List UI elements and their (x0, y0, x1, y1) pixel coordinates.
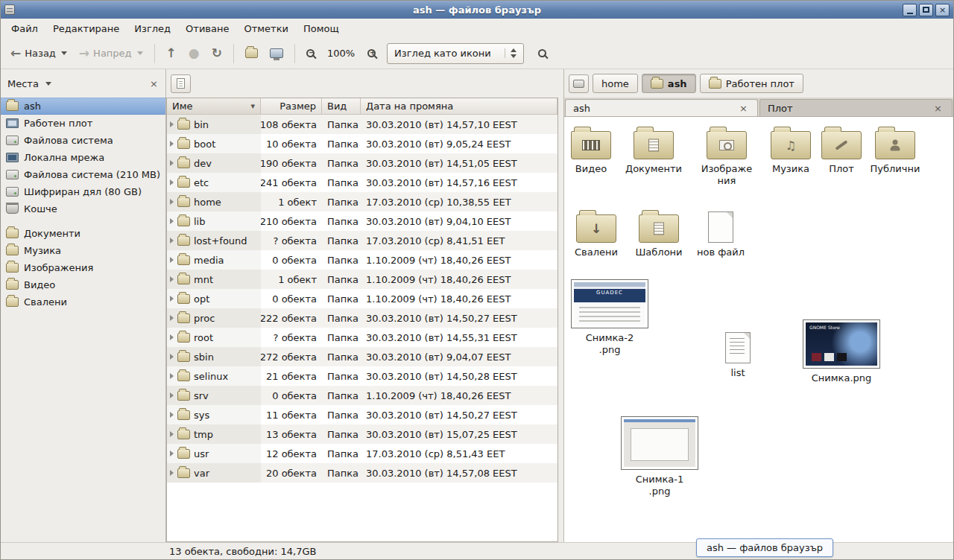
file-row[interactable]: srv 0 обекта Папка 1.10.2009 (чт) 18,40,… (167, 386, 557, 405)
sidebar-place-item[interactable]: Локална мрежа (1, 149, 165, 166)
stop-button[interactable]: ● (183, 42, 205, 66)
file-row[interactable]: tmp 13 обекта Папка 30.03.2010 (вт) 15,0… (167, 424, 557, 444)
sidebar-place-item[interactable]: Файлова система (210 MB) (1, 166, 165, 183)
zoom-in-button[interactable]: + (362, 42, 381, 66)
menu-item[interactable]: Изглед (127, 21, 178, 36)
file-row[interactable]: sys 11 обекта Папка 30.03.2010 (вт) 14,5… (167, 405, 557, 424)
icon-view-item[interactable]: Видео (564, 126, 622, 175)
file-row[interactable]: bin 108 обекта Папка 30.03.2010 (вт) 14,… (167, 115, 557, 134)
sidebar-close-button[interactable]: × (148, 77, 160, 90)
back-button[interactable]: ← Назад (5, 42, 72, 66)
sidebar-place-item[interactable]: Изображения (1, 259, 165, 276)
icon-view-item[interactable]: Изображения (695, 126, 758, 188)
file-row[interactable]: selinux 21 обекта Папка 30.03.2010 (вт) … (167, 366, 557, 386)
sidebar-place-item[interactable]: Свалени (1, 293, 165, 311)
expander-icon[interactable] (170, 179, 174, 185)
icon-view-item[interactable]: Документи (622, 126, 685, 175)
file-row[interactable]: root ? обекта Папка 30.03.2010 (вт) 14,5… (167, 328, 557, 347)
computer-button[interactable] (265, 42, 288, 66)
file-row[interactable]: lib 210 обекта Папка 30.03.2010 (вт) 9,0… (167, 211, 557, 231)
column-header-size[interactable]: Размер (261, 98, 322, 115)
file-row[interactable]: dev 190 обекта Папка 30.03.2010 (вт) 14,… (167, 153, 557, 173)
home-button[interactable] (240, 42, 263, 66)
sidebar-place-item[interactable]: Кошче (1, 200, 165, 217)
icon-view-item[interactable]: Шаблони (628, 209, 690, 258)
tab-close-button[interactable]: × (737, 102, 750, 115)
sidebar-place-item[interactable]: Файлова система (1, 132, 165, 149)
expander-icon[interactable] (170, 470, 174, 476)
expander-icon[interactable] (170, 238, 174, 244)
root-location-button[interactable] (569, 74, 589, 93)
sidebar-place-item[interactable]: Музика (1, 242, 165, 259)
sidebar-place-item[interactable]: ash (1, 98, 165, 115)
icon-view-item[interactable]: list (707, 330, 769, 379)
path-segment-button[interactable]: home (593, 74, 638, 93)
expander-icon[interactable] (170, 334, 174, 340)
menu-item[interactable]: Отметки (236, 21, 295, 36)
file-row[interactable]: lost+found ? обекта Папка 17.03.2010 (ср… (167, 231, 557, 250)
sidebar-place-item[interactable]: Шифриран дял (80 GB) (1, 183, 165, 200)
menu-item[interactable]: Файл (4, 21, 45, 36)
expander-icon[interactable] (170, 451, 174, 456)
expander-icon[interactable] (170, 141, 174, 147)
zoom-out-button[interactable]: − (301, 42, 320, 66)
close-button[interactable]: × (935, 4, 950, 16)
reload-button[interactable]: ↻ (206, 42, 227, 66)
column-header-type[interactable]: Вид (322, 98, 361, 115)
tab-close-button[interactable]: × (932, 102, 944, 115)
expander-icon[interactable] (170, 160, 174, 166)
expander-icon[interactable] (170, 257, 174, 263)
column-header-name[interactable]: Име ▾ (167, 98, 261, 115)
minimize-button[interactable] (903, 4, 917, 16)
tab[interactable]: ash × (565, 99, 758, 116)
sidebar-title[interactable]: Места (7, 78, 39, 89)
expander-icon[interactable] (170, 412, 174, 418)
up-button[interactable]: ↑ (161, 42, 182, 66)
expander-icon[interactable] (170, 218, 174, 224)
menu-item[interactable]: Помощ (296, 21, 347, 36)
file-row[interactable]: boot 10 обекта Папка 30.03.2010 (вт) 9,0… (167, 134, 557, 153)
file-row[interactable]: sbin 272 обекта Папка 30.03.2010 (вт) 9,… (167, 347, 557, 366)
sidebar-place-item[interactable]: Работен плот (1, 115, 165, 132)
file-row[interactable]: etc 241 обекта Папка 30.03.2010 (вт) 14,… (167, 173, 557, 192)
forward-button[interactable]: → Напред (74, 42, 148, 66)
sidebar-place-item[interactable]: Документи (1, 225, 165, 242)
file-row[interactable]: home 1 обект Папка 17.03.2010 (ср) 10,38… (167, 192, 557, 211)
icon-view-item[interactable]: Снимка-1.png (619, 416, 701, 498)
tab[interactable]: Плот × (759, 99, 953, 116)
menu-item[interactable]: Отиване (178, 21, 236, 36)
icon-view-item[interactable]: GUADEC Снимка-2.png (569, 279, 651, 357)
icon-view-item[interactable]: нов файл (689, 209, 752, 258)
expander-icon[interactable] (170, 276, 174, 282)
expander-icon[interactable] (170, 296, 174, 302)
maximize-button[interactable] (919, 4, 933, 16)
file-row[interactable]: media 0 обекта Папка 1.10.2009 (чт) 18,4… (167, 250, 557, 270)
icon-view-item[interactable]: GNOME Store Снимка.png (800, 319, 882, 384)
sidebar-place-item[interactable]: Видео (1, 276, 165, 293)
column-header-date[interactable]: Дата на промяна (361, 98, 557, 115)
file-name-cell: root (167, 328, 261, 347)
titlebar[interactable]: ash — файлов браузър × (1, 1, 953, 19)
expander-icon[interactable] (170, 121, 174, 127)
icon-view-item[interactable]: Публични (864, 126, 926, 175)
path-segment-button[interactable]: ash (642, 74, 696, 93)
expander-icon[interactable] (170, 431, 174, 437)
expander-icon[interactable] (170, 354, 174, 360)
path-segment-button[interactable]: Работен плот (700, 74, 803, 93)
sidebar-selector-chevron-icon[interactable] (45, 82, 51, 86)
search-button[interactable] (533, 42, 552, 66)
expander-icon[interactable] (170, 199, 174, 205)
file-row[interactable]: usr 12 обекта Папка 17.03.2010 (ср) 8,51… (167, 444, 557, 463)
menu-item[interactable]: Редактиране (45, 21, 127, 36)
place-label: Шифриран дял (80 GB) (24, 186, 142, 197)
expander-icon[interactable] (170, 373, 174, 379)
file-row[interactable]: mnt 1 обект Папка 1.10.2009 (чт) 18,40,2… (167, 270, 557, 289)
expander-icon[interactable] (170, 315, 174, 321)
view-mode-select[interactable]: Изглед като икони (387, 43, 524, 64)
icon-view-item[interactable]: Свалени (565, 209, 628, 258)
file-row[interactable]: proc 222 обекта Папка 30.03.2010 (вт) 14… (167, 308, 557, 328)
file-row[interactable]: var 20 обекта Папка 30.03.2010 (вт) 14,5… (167, 463, 557, 483)
pane-location-button[interactable] (171, 74, 191, 93)
expander-icon[interactable] (170, 392, 174, 398)
file-row[interactable]: opt 0 обекта Папка 1.10.2009 (чт) 18,40,… (167, 289, 557, 308)
